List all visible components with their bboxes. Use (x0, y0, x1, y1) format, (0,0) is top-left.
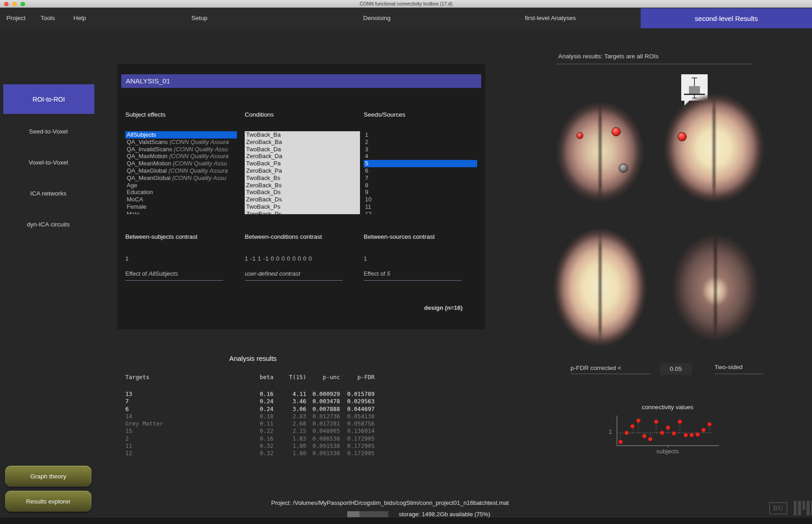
selector-effect-name: AllSubjects (149, 270, 178, 277)
list-item-condition[interactable]: TwoBack_Bs (245, 175, 360, 182)
list-item-condition[interactable]: ZeroBack_Ps (245, 211, 360, 214)
menu-project[interactable]: Project (6, 15, 26, 21)
list-item-condition[interactable]: ZeroBack_Bs (245, 182, 360, 189)
list-item-condition[interactable]: ZeroBack_Ds (245, 196, 360, 203)
list-item-condition[interactable]: TwoBack_Pa (245, 160, 360, 167)
sidebar-item-dyn-ica-circuits[interactable]: dyn-ICA circuits (0, 221, 97, 228)
conditions-contrast-selector[interactable]: user-defined contrast (245, 270, 343, 281)
list-item-subject-effect[interactable]: QA_ValidScans (CONN Quality Assura (125, 139, 237, 146)
tab-first-level-analyses[interactable]: first-level Analyses (525, 15, 576, 21)
sidedness-dropdown[interactable]: Two-sided (714, 364, 764, 374)
threshold-value-field[interactable]: 0.05 (660, 363, 692, 375)
table-row[interactable]: 140.182.830.0127360.054130 (125, 413, 380, 420)
cell-p-unc: 0.003478 (306, 398, 340, 405)
list-item-subject-effect[interactable]: QA_InvalidScans (CONN Quality Assu (125, 146, 237, 153)
cell-p-fdr: 0.054130 (340, 413, 375, 420)
list-item-subject-effect[interactable]: Age (125, 182, 237, 189)
chart-title: connectivity values (611, 404, 725, 411)
analysis-name-field[interactable]: ANALYSIS_01 (121, 74, 481, 88)
list-item-subject-effect[interactable]: Female (125, 203, 237, 211)
list-item-condition[interactable]: TwoBack_Ds (245, 189, 360, 196)
threshold-type-dropdown[interactable]: p-FDR corrected < (570, 365, 651, 374)
table-row[interactable]: 20.161.830.0865380.172905 (125, 435, 380, 442)
between-subjects-contrast-value[interactable]: 1 (125, 255, 129, 262)
cell-target: 11 (125, 442, 255, 450)
list-item-condition[interactable]: ZeroBack_Pa (245, 167, 360, 175)
list-item-condition[interactable]: TwoBack_Ba (245, 131, 360, 139)
list-item-source[interactable]: 7 (364, 175, 477, 182)
list-item-source[interactable]: 6 (364, 167, 477, 175)
list-item-source[interactable]: 4 (364, 153, 477, 160)
cell-beta: 0.22 (255, 427, 273, 435)
cell-p-unc: 0.048005 (306, 427, 340, 435)
table-row[interactable]: 150.222.150.0480050.136014 (125, 427, 380, 435)
menu-help[interactable]: Help (73, 15, 86, 21)
between-sources-contrast-value[interactable]: 1 (364, 255, 367, 262)
data-point (684, 433, 688, 437)
sources-list[interactable]: 123456789101112 (364, 131, 477, 214)
conditions-list[interactable]: TwoBack_BaZeroBack_BaTwoBack_DaZeroBack_… (245, 131, 360, 214)
data-point (631, 424, 635, 428)
data-point (654, 420, 658, 424)
list-item-subject-effect[interactable]: QA_MeanGlobal (CONN Quality Assu (125, 175, 237, 182)
list-item-source[interactable]: 10 (364, 196, 477, 203)
table-row[interactable]: 120.321.800.0915380.172905 (125, 450, 380, 457)
subjects-contrast-selector[interactable]: Effect of AllSubjects (125, 270, 223, 281)
interhemispheric-fissure (714, 232, 717, 338)
list-item-source[interactable]: 12 (364, 211, 477, 214)
roi-marker-red-small (576, 132, 583, 139)
graph-theory-button[interactable]: Graph theory (5, 466, 92, 487)
list-item-subject-effect[interactable]: Male (125, 211, 237, 214)
cell-t: 4.11 (273, 390, 306, 398)
list-item-source[interactable]: 8 (364, 182, 477, 189)
list-item-subject-effect[interactable]: QA_MeanMotion (CONN Quality Assu (125, 160, 237, 167)
tab-setup[interactable]: Setup (191, 15, 207, 21)
table-row[interactable]: 110.321.800.0915380.172905 (125, 442, 380, 450)
table-row[interactable]: Grey Matter0.112.680.0172810.058756 (125, 420, 380, 427)
table-row[interactable]: 70.243.460.0034780.029563 (125, 398, 380, 405)
roi-marker-red-large (612, 127, 621, 136)
window-title: CONN functional connectivity toolbox (17… (0, 1, 812, 6)
data-point (690, 433, 694, 437)
selector-prefix: Effect of (125, 270, 149, 277)
list-item-subject-effect[interactable]: QA_MaxMotion (CONN Quality Assura (125, 153, 237, 160)
design-button[interactable]: design (n=16) (424, 304, 463, 311)
list-item-label: QA_MeanGlobal (127, 175, 170, 181)
list-item-condition[interactable]: ZeroBack_Ba (245, 139, 360, 146)
sidebar-item-ica-networks[interactable]: ICA networks (0, 190, 97, 197)
list-item-subject-effect[interactable]: QA_MaxGlobal (CONN Quality Assura (125, 167, 237, 175)
list-item-source[interactable]: 5 (364, 160, 477, 167)
cell-target: 7 (125, 398, 255, 405)
list-item-source[interactable]: 9 (364, 189, 477, 196)
sidebar-item-seed-to-voxel[interactable]: Seed-to-Voxel (0, 128, 97, 135)
sources-header: Seeds/Sources (364, 111, 406, 118)
list-item-source[interactable]: 11 (364, 203, 477, 211)
list-item-note: (CONN Quality Assu (172, 146, 228, 153)
list-item-condition[interactable]: TwoBack_Ps (245, 203, 360, 211)
tab-denoising[interactable]: Denoising (363, 15, 391, 21)
list-item-condition[interactable]: TwoBack_Da (245, 146, 360, 153)
table-row[interactable]: 130.164.110.0009290.015789 (125, 390, 380, 398)
sources-contrast-selector[interactable]: Effect of 5 (364, 270, 462, 281)
tab-second-level-results[interactable]: second-level Results (641, 8, 812, 28)
brain-slice-superior-left (552, 97, 648, 206)
list-item-subject-effect[interactable]: AllSubjects (125, 131, 237, 139)
list-item-subject-effect[interactable]: Education (125, 189, 237, 196)
cell-p-fdr: 0.029563 (340, 398, 375, 405)
col-p-fdr: p-FDR (340, 374, 375, 380)
list-item-condition[interactable]: ZeroBack_Da (245, 153, 360, 160)
subject-effects-list[interactable]: AllSubjectsQA_ValidScans (CONN Quality A… (125, 131, 237, 214)
sidebar-item-roi-to-roi[interactable]: ROI-to-ROI (3, 84, 94, 114)
list-item-source[interactable]: 2 (364, 139, 477, 146)
list-item-subject-effect[interactable]: MoCA (125, 196, 237, 203)
sidebar-item-voxel-to-voxel[interactable]: Voxel-to-Voxel (0, 159, 97, 166)
results-table-body[interactable]: 130.164.110.0009290.01578970.243.460.003… (125, 390, 380, 461)
table-row[interactable]: 60.243.060.0078880.044697 (125, 406, 380, 413)
menu-tools[interactable]: Tools (41, 15, 55, 21)
data-point (696, 432, 700, 437)
results-explorer-button[interactable]: Results explorer (5, 491, 92, 512)
cell-t: 3.46 (273, 398, 306, 405)
list-item-source[interactable]: 3 (364, 146, 477, 153)
between-conditions-contrast-value[interactable]: 1 -1 1 -1 0 0 0 0 0 0 0 0 (245, 255, 312, 262)
list-item-source[interactable]: 1 (364, 131, 477, 139)
